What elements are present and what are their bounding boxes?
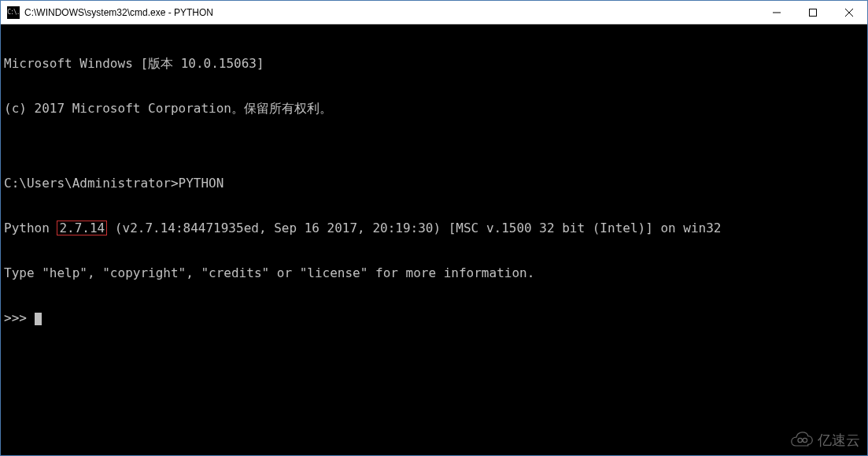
- cmd-icon: C:\.: [7, 6, 20, 19]
- close-button[interactable]: [831, 1, 867, 24]
- cloud-icon: [791, 432, 813, 449]
- titlebar[interactable]: C:\. C:\WINDOWS\system32\cmd.exe - PYTHO…: [1, 1, 867, 24]
- terminal-line: Type "help", "copyright", "credits" or "…: [4, 265, 864, 280]
- cursor-icon: [35, 313, 42, 325]
- cmd-window: C:\. C:\WINDOWS\system32\cmd.exe - PYTHO…: [0, 0, 868, 456]
- svg-rect-1: [810, 9, 817, 16]
- python-label: Python: [4, 221, 57, 235]
- python-version-highlight: 2.7.14: [57, 221, 107, 235]
- watermark: 亿速云: [791, 431, 860, 450]
- minimize-button[interactable]: [759, 1, 795, 24]
- maximize-button[interactable]: [795, 1, 831, 24]
- python-build-info: (v2.7.14:84471935ed, Sep 16 2017, 20:19:…: [107, 221, 721, 235]
- python-prompt: >>>: [4, 310, 35, 325]
- command-text: PYTHON: [179, 176, 224, 191]
- watermark-text: 亿速云: [818, 431, 860, 450]
- svg-point-4: [798, 438, 802, 442]
- terminal-line: (c) 2017 Microsoft Corporation。保留所有权利。: [4, 101, 864, 116]
- window-controls: [759, 1, 867, 24]
- terminal-line: C:\Users\Administrator>PYTHON: [4, 176, 864, 191]
- terminal-area[interactable]: Microsoft Windows [版本 10.0.15063] (c) 20…: [1, 24, 867, 455]
- prompt-text: C:\Users\Administrator>: [4, 176, 179, 191]
- svg-point-5: [803, 438, 807, 442]
- terminal-line: >>>: [4, 310, 864, 325]
- terminal-line: Microsoft Windows [版本 10.0.15063]: [4, 56, 864, 71]
- window-title: C:\WINDOWS\system32\cmd.exe - PYTHON: [24, 7, 759, 18]
- terminal-line: Python 2.7.14 (v2.7.14:84471935ed, Sep 1…: [4, 221, 864, 235]
